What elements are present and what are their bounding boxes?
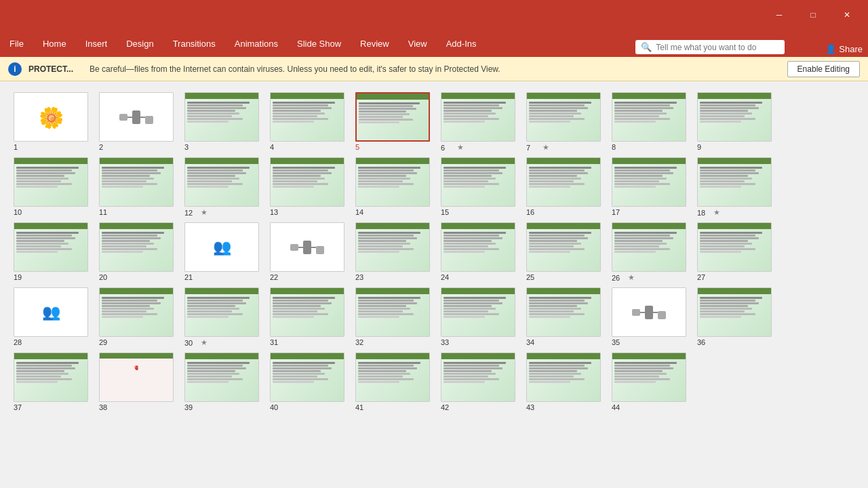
tab-home[interactable]: Home [33,30,76,57]
slide-number: 25 [526,273,540,281]
tab-view[interactable]: View [399,30,437,57]
slide-item[interactable]: 19 [14,222,94,282]
tab-file[interactable]: File [0,30,33,57]
slide-item[interactable]: 37 [14,352,94,411]
slide-num-row: 28 [14,338,88,346]
slide-num-row: 18★ [697,208,772,217]
slide-thumbnail [99,287,174,337]
minimize-button[interactable]: ─ [764,5,795,25]
star-icon: ★ [201,338,208,347]
tab-insert[interactable]: Insert [76,30,117,57]
search-box[interactable]: 🔍 [635,40,785,54]
slide-thumbnail [612,92,686,142]
slide-item[interactable]: 18★ [697,157,777,217]
slide-item[interactable]: 43 [526,352,606,411]
protect-icon: i [8,62,22,76]
share-button[interactable]: 👤 Share [825,44,863,54]
star-icon: ★ [457,143,464,152]
slide-item[interactable]: 17 [612,157,692,217]
slide-item[interactable]: 41 [355,352,435,411]
slide-num-row: 16 [526,208,601,216]
undo-icon[interactable] [28,5,47,24]
slide-thumbnail: 👥 [14,287,88,337]
slide-number: 16 [526,208,540,216]
slide-thumbnail [526,287,601,337]
slide-num-row: 40 [270,403,344,411]
slide-num-row: 23 [355,273,430,281]
star-icon: ★ [542,143,549,152]
slide-item[interactable]: 11 [99,157,179,217]
slide-num-row: 38 [99,403,174,411]
slide-item[interactable]: 33 [441,287,521,347]
slide-num-row: 17 [612,208,686,216]
slide-item[interactable]: 39 [184,352,264,411]
slide-num-row: 37 [14,403,88,411]
slide-item[interactable]: 40 [270,352,350,411]
tab-review[interactable]: Review [351,30,399,57]
svg-rect-1 [132,110,140,124]
slide-item[interactable]: 14 [355,157,435,217]
protect-message: Be careful—files from the Internet can c… [90,64,781,74]
slide-number: 26 [612,274,625,282]
slide-item[interactable]: 6★ [441,92,521,152]
slide-item[interactable]: 2 [99,92,179,152]
slide-num-row: 39 [184,403,259,411]
slide-number: 41 [355,403,369,411]
slide-item[interactable]: 12★ [184,157,264,217]
slide-item[interactable]: 32 [355,287,435,347]
slide-item[interactable]: 35 [612,287,692,347]
slide-item[interactable]: 36 [697,287,777,347]
slide-item[interactable]: 5 [355,92,435,152]
save-icon[interactable] [5,5,24,24]
record-icon[interactable] [75,5,94,24]
slide-item[interactable]: 30★ [184,287,264,347]
svg-rect-10 [632,309,640,316]
tab-add-ins[interactable]: Add-Ins [437,30,486,57]
slide-item[interactable]: 7★ [526,92,606,152]
slide-item[interactable]: 24 [441,222,521,282]
slide-item[interactable]: 👥21 [184,222,264,282]
tab-animations[interactable]: Animations [225,30,288,57]
slide-item[interactable]: 👥28 [14,287,94,347]
slide-item[interactable]: 16 [526,157,606,217]
slide-item[interactable]: 3 [184,92,264,152]
redo-icon[interactable] [52,5,71,24]
slide-item[interactable]: 13 [270,157,350,217]
slide-item[interactable]: 22 [270,222,350,282]
slide-item[interactable]: 34 [526,287,606,347]
slide-item[interactable]: 8 [612,92,692,152]
slide-number: 12 [184,209,198,217]
slide-thumbnail [526,352,601,402]
slide-thumbnail [184,157,259,207]
slide-number: 24 [441,273,454,281]
close-button[interactable]: ✕ [831,5,863,25]
slide-item[interactable]: 23 [355,222,435,282]
slide-item[interactable]: 42 [441,352,521,411]
slide-number: 40 [270,403,283,411]
slide-item[interactable]: 9 [697,92,777,152]
slide-item[interactable]: 27 [697,222,777,282]
search-input[interactable] [656,43,778,52]
slide-item[interactable]: 🌼1 [14,92,94,152]
slide-item[interactable]: 4 [270,92,350,152]
slide-item[interactable]: 26★ [612,222,692,282]
slide-num-row: 10 [14,208,88,216]
search-icon: 🔍 [641,42,652,52]
slide-item[interactable]: 25 [526,222,606,282]
tab-design[interactable]: Design [117,30,163,57]
slide-item[interactable]: 10 [14,157,94,217]
slide-item[interactable]: 20 [99,222,179,282]
slide-item[interactable]: 29 [99,287,179,347]
tab-transitions[interactable]: Transitions [163,30,225,57]
slide-item[interactable]: 44 [612,352,692,411]
maximize-button[interactable]: □ [797,5,829,25]
slide-item[interactable]: 31 [270,287,350,347]
slide-thumbnail [184,92,259,142]
enable-editing-button[interactable]: Enable Editing [787,61,860,77]
slide-item[interactable]: 🫀38 [99,352,179,411]
slide-num-row: 14 [355,208,430,216]
slide-thumbnail [355,157,430,207]
tab-slide-show[interactable]: Slide Show [288,30,351,57]
slide-item[interactable]: 15 [441,157,521,217]
slide-number: 29 [99,338,113,346]
